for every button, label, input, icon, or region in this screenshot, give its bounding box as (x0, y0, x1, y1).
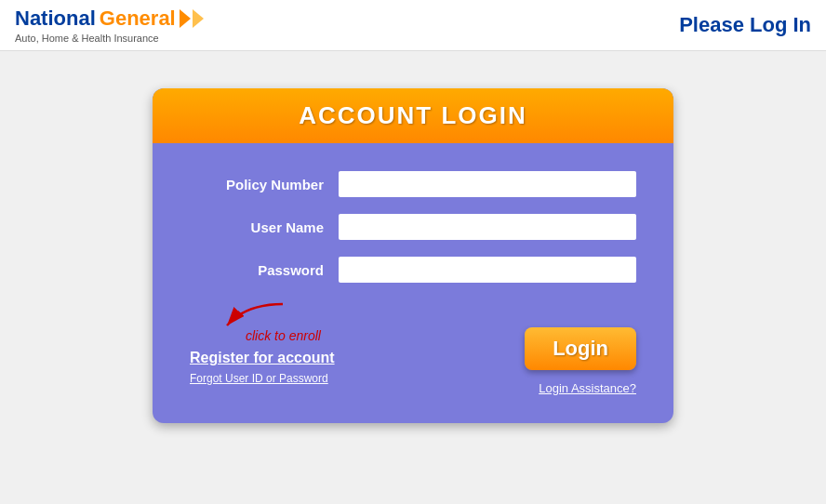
left-links: click to enroll Register for account For… (190, 327, 335, 385)
register-link[interactable]: Register for account (190, 350, 335, 366)
password-input[interactable] (339, 257, 636, 283)
logo-area: National General Auto, Home & Health Ins… (15, 7, 204, 44)
username-label: User Name (190, 219, 339, 235)
logo-general: General (100, 7, 176, 31)
forgot-password-link[interactable]: Forgot User ID or Password (190, 372, 335, 385)
logo-national: National (15, 7, 96, 31)
login-header: ACCOUNT LOGIN (153, 88, 673, 143)
logo-chevrons (180, 9, 204, 28)
password-row: Password (190, 257, 636, 283)
policy-number-input[interactable] (339, 171, 636, 197)
username-row: User Name (190, 214, 636, 240)
login-button[interactable]: Login (525, 327, 636, 370)
login-box: ACCOUNT LOGIN Policy Number User Name Pa… (153, 88, 673, 423)
main-content: ACCOUNT LOGIN Policy Number User Name Pa… (0, 51, 826, 423)
logo-subtitle: Auto, Home & Health Insurance (15, 33, 204, 44)
policy-number-row: Policy Number (190, 171, 636, 197)
login-bottom: click to enroll Register for account For… (153, 327, 673, 423)
username-input[interactable] (339, 214, 636, 240)
login-assistance-link[interactable]: Login Assistance? (539, 381, 636, 395)
header: National General Auto, Home & Health Ins… (0, 0, 826, 51)
policy-number-label: Policy Number (190, 177, 339, 192)
arrow-icon (208, 299, 301, 332)
right-section: Login Login Assistance? (525, 327, 636, 395)
logo-top: National General (15, 7, 204, 31)
page-title: Please Log In (679, 13, 811, 37)
chevron-icon-2 (193, 9, 204, 28)
login-title: ACCOUNT LOGIN (299, 101, 527, 129)
password-label: Password (190, 262, 339, 278)
chevron-icon-1 (180, 9, 191, 28)
